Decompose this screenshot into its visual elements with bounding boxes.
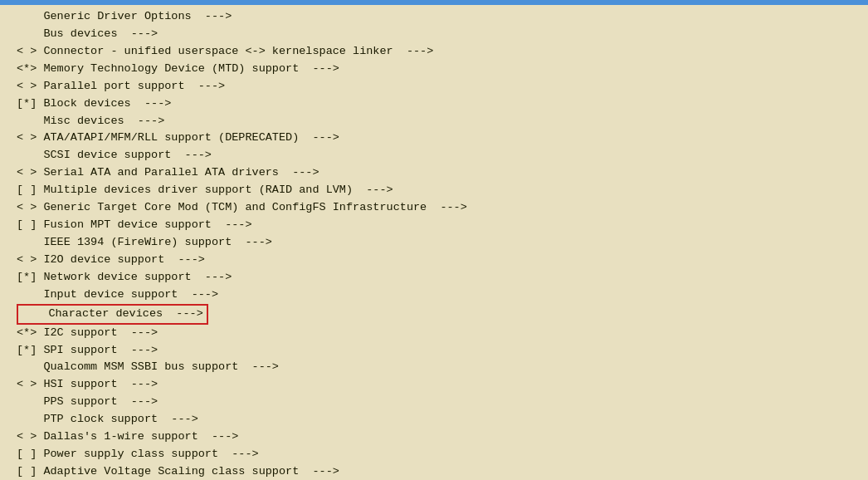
list-item: < > Serial ATA and Parallel ATA drivers … [17,164,851,182]
list-item: PPS support ---> [17,394,851,411]
list-item: Qualcomm MSM SSBI bus support ---> [17,359,851,376]
list-item: < > Generic Target Core Mod (TCM) and Co… [17,199,851,217]
list-item: PTP clock support ---> [17,411,851,429]
list-item: [*] Block devices ---> [17,96,851,113]
list-item: Character devices ---> [17,304,851,325]
list-item: <*> Memory Technology Device (MTD) suppo… [17,61,851,78]
list-item: < > HSI support ---> [17,376,851,394]
list-item: [ ] Power supply class support ---> [17,446,851,463]
list-item: [*] SPI support ---> [17,342,851,360]
highlighted-line: Character devices ---> [17,304,208,325]
list-item: Bus devices ---> [17,26,851,43]
list-item: < > Dallas's 1-wire support ---> [17,429,851,446]
list-item: [ ] Fusion MPT device support ---> [17,217,851,234]
list-item: [ ] Adaptive Voltage Scaling class suppo… [17,463,851,480]
list-item: Misc devices ---> [17,113,851,130]
list-item: < > ATA/ATAPI/MFM/RLL support (DEPRECATE… [17,130,851,147]
list-item: Input device support ---> [17,287,851,304]
list-item: < > Connector - unified userspace <-> ke… [17,43,851,61]
list-item: [*] Network device support ---> [17,269,851,287]
list-item: Generic Driver Options ---> [17,8,851,26]
list-item: SCSI device support ---> [17,147,851,164]
list-item: <*> I2C support ---> [17,325,851,342]
list-item: < > Parallel port support ---> [17,78,851,96]
list-item: IEEE 1394 (FireWire) support ---> [17,234,851,252]
content-area: Generic Driver Options ---> Bus devices … [0,5,868,480]
list-item: < > I2O device support ---> [17,252,851,269]
list-item: [ ] Multiple devices driver support (RAI… [17,182,851,199]
